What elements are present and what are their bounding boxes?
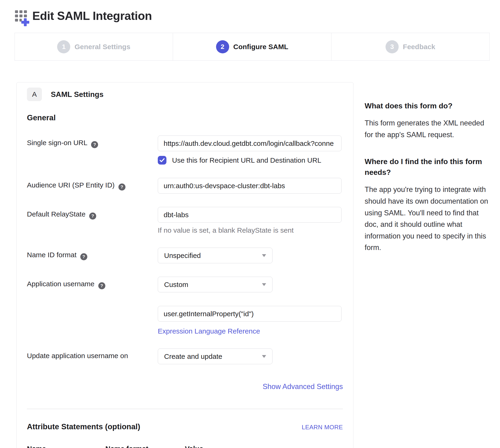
section-a-badge: A bbox=[27, 88, 42, 101]
learn-more-link[interactable]: LEARN MORE bbox=[302, 424, 343, 431]
checkmark-icon bbox=[160, 158, 164, 162]
help-heading-find-info: Where do I find the info this form needs… bbox=[365, 156, 490, 178]
column-header-name: Name bbox=[27, 445, 105, 448]
name-id-format-help-icon[interactable]: ? bbox=[80, 253, 87, 260]
chevron-down-icon bbox=[262, 283, 266, 286]
column-header-value: Value bbox=[185, 445, 203, 448]
help-body-find-info: The app you're trying to integrate with … bbox=[365, 184, 490, 254]
page-title: Edit SAML Integration bbox=[32, 7, 152, 25]
step-general-settings[interactable]: 1 General Settings bbox=[15, 33, 173, 60]
sso-url-help-icon[interactable]: ? bbox=[91, 141, 98, 148]
audience-uri-label: Audience URI (SP Entity ID) bbox=[27, 181, 115, 189]
update-application-username-select[interactable]: Create and update bbox=[158, 349, 273, 364]
sso-url-label: Single sign-on URL bbox=[27, 139, 87, 146]
name-id-format-value: Unspecified bbox=[164, 252, 201, 260]
application-username-row: Application username? Custom Expression … bbox=[27, 277, 343, 335]
step-1-label: General Settings bbox=[74, 43, 130, 51]
application-username-help-icon[interactable]: ? bbox=[98, 282, 105, 289]
help-sidebar: What does this form do? This form genera… bbox=[365, 82, 490, 269]
step-1-number-badge: 1 bbox=[57, 40, 70, 53]
saml-app-grid-plus-icon bbox=[15, 7, 31, 27]
step-configure-saml[interactable]: 2 Configure SAML bbox=[173, 33, 331, 60]
relaystate-hint: If no value is set, a blank RelayState i… bbox=[158, 226, 343, 234]
attribute-statements-heading: Attribute Statements (optional) bbox=[27, 422, 140, 431]
default-relaystate-row: Default RelayState? If no value is set, … bbox=[27, 207, 343, 234]
update-application-username-row: Update application username on Create an… bbox=[27, 349, 343, 364]
update-application-username-value: Create and update bbox=[164, 352, 222, 360]
application-username-label: Application username bbox=[27, 280, 95, 288]
audience-uri-row: Audience URI (SP Entity ID)? bbox=[27, 178, 343, 193]
recipient-destination-checkbox-label[interactable]: Use this for Recipient URL and Destinati… bbox=[172, 156, 322, 164]
panel-title: SAML Settings bbox=[51, 90, 103, 99]
custom-username-expression-input[interactable] bbox=[158, 306, 341, 322]
recipient-destination-checkbox[interactable] bbox=[158, 156, 166, 164]
sso-url-row: Single sign-on URL? Use this for Recipie… bbox=[27, 136, 343, 164]
name-id-format-row: Name ID format? Unspecified bbox=[27, 248, 343, 263]
chevron-down-icon bbox=[262, 355, 266, 358]
panel-header: A SAML Settings bbox=[27, 88, 343, 101]
chevron-down-icon bbox=[262, 254, 266, 257]
sso-url-input[interactable] bbox=[158, 136, 341, 151]
step-3-number-badge: 3 bbox=[386, 40, 399, 53]
saml-settings-panel: A SAML Settings General Single sign-on U… bbox=[16, 82, 354, 448]
audience-uri-input[interactable] bbox=[158, 178, 341, 193]
attribute-statements-column-headers: Name Name format Value bbox=[27, 445, 343, 448]
default-relaystate-label: Default RelayState bbox=[27, 210, 85, 218]
help-heading-form-purpose: What does this form do? bbox=[365, 100, 490, 111]
step-2-label: Configure SAML bbox=[233, 43, 288, 51]
general-section-heading: General bbox=[27, 113, 343, 122]
help-body-form-purpose: This form generates the XML needed for t… bbox=[365, 117, 490, 141]
section-divider bbox=[27, 409, 343, 409]
page-header: Edit SAML Integration bbox=[15, 7, 490, 27]
application-username-select[interactable]: Custom bbox=[158, 277, 273, 292]
show-advanced-settings-link[interactable]: Show Advanced Settings bbox=[263, 383, 343, 391]
page-root: Edit SAML Integration 1 General Settings… bbox=[0, 0, 500, 448]
wizard-steps: 1 General Settings 2 Configure SAML 3 Fe… bbox=[15, 33, 490, 61]
default-relaystate-help-icon[interactable]: ? bbox=[89, 212, 96, 220]
step-3-label: Feedback bbox=[403, 43, 435, 51]
name-id-format-select[interactable]: Unspecified bbox=[158, 248, 273, 263]
step-feedback[interactable]: 3 Feedback bbox=[331, 33, 489, 60]
update-application-username-label: Update application username on bbox=[27, 352, 128, 360]
application-username-value: Custom bbox=[164, 281, 188, 288]
expression-language-reference-link[interactable]: Expression Language Reference bbox=[158, 327, 260, 335]
step-2-number-badge: 2 bbox=[216, 40, 229, 53]
audience-uri-help-icon[interactable]: ? bbox=[118, 183, 126, 191]
default-relaystate-input[interactable] bbox=[158, 207, 341, 223]
column-header-name-format: Name format bbox=[105, 445, 185, 448]
name-id-format-label: Name ID format bbox=[27, 251, 77, 259]
